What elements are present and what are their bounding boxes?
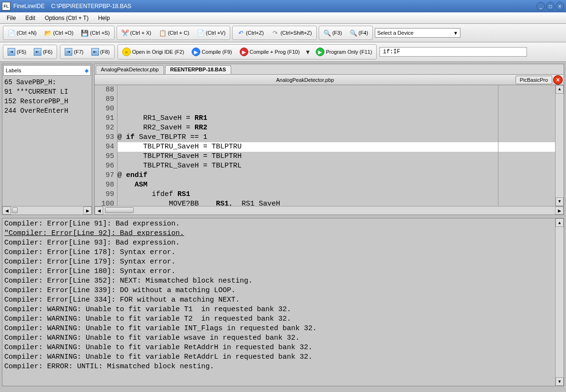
menubar: File Edit Options (Ctrl + T) Help bbox=[0, 12, 566, 24]
code-line[interactable]: MOVE?BB RS1, _RS1_SaveH bbox=[117, 199, 555, 206]
step-f7-button[interactable]: ⇥(F7) bbox=[61, 46, 87, 58]
code-line[interactable]: @ endif bbox=[117, 171, 555, 180]
menu-options[interactable]: Options (Ctrl + T) bbox=[41, 13, 92, 23]
scroll-thumb[interactable] bbox=[12, 207, 18, 213]
output-line[interactable]: Compiler: WARNING: Unable to fit variabl… bbox=[4, 353, 553, 362]
titlebar: FL FineLineIDE C:\PBP\REENTERPBP-18.BAS … bbox=[0, 0, 566, 12]
output-line[interactable]: Compiler: WARNING: Unable to fit variabl… bbox=[4, 314, 553, 324]
scroll-left-icon[interactable]: ◀ bbox=[95, 206, 103, 215]
maximize-button[interactable]: □ bbox=[546, 2, 555, 10]
minimize-button[interactable]: _ bbox=[537, 2, 545, 10]
menu-file[interactable]: File bbox=[3, 13, 20, 23]
labels-dropdown[interactable]: Labels ◆ bbox=[3, 65, 91, 76]
menu-edit[interactable]: Edit bbox=[21, 13, 39, 23]
editor-vscrollbar[interactable]: ▲ ▼ bbox=[555, 85, 564, 206]
scroll-thumb[interactable] bbox=[105, 207, 134, 213]
search-replace-icon: 🔍 bbox=[350, 29, 357, 37]
undo-button[interactable]: ↶(Ctrl+Z) bbox=[234, 27, 267, 39]
output-line[interactable]: Compiler: ERROR: UNTIL: Mismatched block… bbox=[4, 362, 553, 372]
code-editor[interactable]: 888990919293949596979899100 RR1_SaveH = … bbox=[95, 85, 564, 206]
device-select[interactable]: Select a Device ▼ bbox=[375, 28, 460, 38]
output-line[interactable]: Compiler: WARNING: Unable to fit variabl… bbox=[4, 333, 553, 343]
label-entry[interactable]: 65 SavePBP_H: bbox=[4, 78, 90, 87]
close-file-button[interactable]: × bbox=[553, 75, 563, 85]
tab-file-1[interactable]: AnalogPeakDetector.pbp bbox=[96, 65, 164, 74]
find-button[interactable]: 🔍(F3) bbox=[320, 27, 345, 39]
code-line[interactable]: RR1_SaveH = RR1 bbox=[117, 114, 555, 123]
paste-button[interactable]: 📄(Ctrl +V) bbox=[194, 27, 229, 39]
label-entry[interactable]: 91 ***CURRENT LI bbox=[4, 87, 90, 97]
output-line[interactable]: Compiler: Error[Line 178]: Syntax error. bbox=[4, 248, 553, 257]
output-line[interactable]: Compiler: WARNING: Unable to fit variabl… bbox=[4, 324, 553, 333]
play-icon: ▶ bbox=[192, 48, 200, 56]
code-area[interactable]: RR1_SaveH = RR1 RR2_SaveH = RR2@ if Save… bbox=[117, 85, 555, 206]
tab-file-2[interactable]: REENTERPBP-18.BAS bbox=[165, 65, 231, 74]
redo-button[interactable]: ↷(Ctrl+Shift+Z) bbox=[268, 27, 315, 39]
output-line[interactable]: Compiler: Error[Line 334]: FOR without a… bbox=[4, 295, 553, 305]
editor-hscrollbar[interactable]: ◀ ▶ bbox=[95, 206, 564, 215]
close-button[interactable]: × bbox=[556, 2, 564, 10]
step-f8-button[interactable]: ⇤(F8) bbox=[88, 46, 113, 58]
scroll-up-icon[interactable]: ▲ bbox=[556, 218, 564, 227]
app-icon: FL bbox=[2, 2, 10, 10]
output-line[interactable]: Compiler: Error[Line 339]: DO without a … bbox=[4, 286, 553, 295]
output-line[interactable]: Compiler: WARNING: Unable to fit variabl… bbox=[4, 343, 553, 353]
open-button[interactable]: 📂(Ctrl +O) bbox=[41, 27, 77, 39]
copy-button[interactable]: 📋(Ctrl + C) bbox=[156, 27, 193, 39]
scissors-icon: ✂️ bbox=[121, 29, 129, 37]
save-icon: 💾 bbox=[81, 29, 88, 37]
app-title: FineLineIDE C:\PBP\REENTERPBP-18.BAS bbox=[13, 3, 131, 10]
language-badge: PicBasicPro bbox=[516, 76, 552, 84]
code-line[interactable]: RR2_SaveH = RR2 bbox=[117, 123, 555, 133]
label-entry[interactable]: 152 RestorePBP_H bbox=[4, 97, 90, 106]
save-button[interactable]: 💾(Ctrl +S) bbox=[78, 27, 113, 39]
output-line[interactable]: Compiler: Error[Line 91]: Bad expression… bbox=[4, 219, 553, 229]
code-line[interactable]: TBLPTRL_SaveH = TBLPTRL bbox=[117, 161, 555, 171]
code-line[interactable]: TBLPTRU_SaveH = TBLPTRU bbox=[117, 142, 555, 152]
compiler-output[interactable]: Compiler: Error[Line 91]: Bad expression… bbox=[2, 218, 555, 386]
step-over-icon: ⇤ bbox=[34, 48, 41, 56]
program-only-button[interactable]: ▶Program Only (F11) bbox=[312, 46, 375, 58]
line-gutter: 888990919293949596979899100 bbox=[95, 85, 117, 206]
code-line[interactable]: ifdef RS1 bbox=[117, 190, 555, 199]
dropdown-arrow-icon[interactable]: ▼ bbox=[304, 48, 312, 56]
step-f6-button[interactable]: ⇤(F6) bbox=[30, 46, 56, 58]
output-line[interactable]: "Compiler: Error[Line 92]: Bad expressio… bbox=[4, 229, 553, 238]
scroll-down-icon[interactable]: ▼ bbox=[556, 377, 564, 386]
labels-panel: Labels ◆ 65 SavePBP_H:91 ***CURRENT LI15… bbox=[2, 64, 92, 215]
new-button[interactable]: 📄(Ctrl +N) bbox=[4, 27, 40, 39]
scroll-right-icon[interactable]: ▶ bbox=[83, 206, 92, 215]
scroll-up-icon[interactable]: ▲ bbox=[556, 85, 564, 94]
file-tabs: AnalogPeakDetector.pbp REENTERPBP-18.BAS bbox=[95, 64, 564, 75]
play-icon: ▶ bbox=[316, 48, 324, 56]
code-line[interactable]: ASM bbox=[117, 180, 555, 190]
scroll-left-icon[interactable]: ◀ bbox=[2, 206, 11, 215]
search-icon: 🔍 bbox=[323, 29, 331, 37]
output-line[interactable]: Compiler: Error[Line 180]: Syntax error. bbox=[4, 267, 553, 276]
scroll-right-icon[interactable]: ▶ bbox=[555, 206, 564, 215]
scroll-down-icon[interactable]: ▼ bbox=[556, 197, 564, 206]
labels-hscrollbar[interactable]: ◀ ▶ bbox=[2, 206, 92, 215]
compile-prog-button[interactable]: ▶Compile + Prog (F10) bbox=[236, 46, 303, 58]
replace-button[interactable]: 🔍(F4) bbox=[346, 27, 371, 39]
output-line[interactable]: Compiler: Error[Line 352]: NEXT: Mismatc… bbox=[4, 276, 553, 286]
output-line[interactable]: Compiler: Error[Line 179]: Syntax error. bbox=[4, 257, 553, 267]
if-expression-input[interactable]: if:IF bbox=[380, 47, 527, 57]
code-line[interactable]: TBLPTRH_SaveH = TBLPTRH bbox=[117, 152, 555, 161]
toolbar-main: 📄(Ctrl +N) 📂(Ctrl +O) 💾(Ctrl +S) ✂️(Ctrl… bbox=[0, 24, 566, 42]
labels-list[interactable]: 65 SavePBP_H:91 ***CURRENT LI152 Restore… bbox=[2, 77, 92, 206]
output-vscrollbar[interactable]: ▲ ▼ bbox=[555, 218, 564, 386]
step-f5-button[interactable]: ⇥(F5) bbox=[4, 46, 29, 58]
compile-button[interactable]: ▶Compile (F9) bbox=[188, 46, 235, 58]
copy-icon: 📋 bbox=[159, 29, 166, 37]
menu-help[interactable]: Help bbox=[94, 13, 114, 23]
file-header: AnalogPeakDetector.pbp PicBasicPro × bbox=[95, 75, 564, 85]
open-ide-button[interactable]: ○Open in Origi IDE (F2) bbox=[119, 46, 187, 58]
redo-icon: ↷ bbox=[272, 29, 279, 37]
output-line[interactable]: Compiler: WARNING: Unable to fit variabl… bbox=[4, 305, 553, 314]
label-entry[interactable]: 244 OverReEnterH bbox=[4, 106, 90, 116]
step-into-icon: ⇥ bbox=[8, 48, 15, 56]
output-line[interactable]: Compiler: Error[Line 93]: Bad expression… bbox=[4, 238, 553, 248]
code-line[interactable]: @ if Save_TBLPTR == 1 bbox=[117, 133, 555, 142]
cut-button[interactable]: ✂️(Ctrl + X) bbox=[118, 27, 155, 39]
